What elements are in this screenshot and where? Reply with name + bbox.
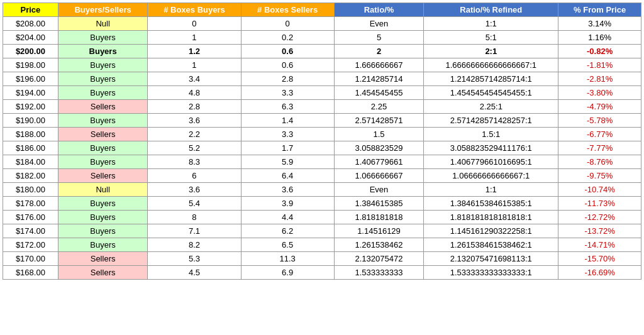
- cell-boxes-buyers: 1: [148, 31, 241, 45]
- cell-ratio: 1.14516129: [334, 224, 424, 238]
- cell-from-price: -11.73%: [558, 197, 641, 211]
- cell-price: $194.00: [3, 86, 58, 100]
- cell-boxes-buyers: 3.4: [148, 72, 241, 86]
- cell-boxes-buyers: 3.6: [148, 114, 241, 128]
- cell-boxes-buyers: 8.2: [148, 238, 241, 252]
- cell-from-price: -15.70%: [558, 252, 641, 266]
- cell-price: $184.00: [3, 155, 58, 169]
- cell-buyers-sellers: Buyers: [58, 31, 148, 45]
- cell-boxes-buyers: 6: [148, 169, 241, 183]
- cell-ratio-refined: 1.261538461538462:1: [424, 238, 558, 252]
- cell-ratio-refined: 1.5:1: [424, 128, 558, 141]
- cell-boxes-sellers: 4.4: [241, 211, 334, 224]
- cell-ratio: 3.058823529: [334, 141, 424, 155]
- cell-ratio-refined: 1.384615384615385:1: [424, 197, 558, 211]
- cell-ratio-refined: 1.06666666666667:1: [424, 169, 558, 183]
- cell-ratio-refined: 2.571428571428257:1: [424, 114, 558, 128]
- cell-ratio: 1.384615385: [334, 197, 424, 211]
- table-row: $184.00Buyers8.35.91.4067796611.40677966…: [3, 155, 641, 169]
- cell-buyers-sellers: Sellers: [58, 252, 148, 266]
- cell-buyers-sellers: Buyers: [58, 211, 148, 224]
- header-boxes-buyers: # Boxes Buyers: [148, 3, 241, 17]
- cell-buyers-sellers: Buyers: [58, 86, 148, 100]
- cell-ratio: 1.818181818: [334, 211, 424, 224]
- cell-price: $204.00: [3, 31, 58, 45]
- cell-from-price: -12.72%: [558, 211, 641, 224]
- header-ratio-refined: Ratio/% Refined: [424, 3, 558, 17]
- cell-from-price: -13.72%: [558, 224, 641, 238]
- cell-price: $178.00: [3, 197, 58, 211]
- cell-boxes-buyers: 8.3: [148, 155, 241, 169]
- main-table: Price Buyers/Sellers # Boxes Buyers # Bo…: [3, 3, 641, 280]
- cell-boxes-buyers: 2.2: [148, 128, 241, 141]
- table-row: $170.00Sellers5.311.32.1320754722.132075…: [3, 252, 641, 266]
- cell-boxes-buyers: 5.4: [148, 197, 241, 211]
- cell-ratio-refined: 1.454545454545455:1: [424, 86, 558, 100]
- header-from-price: % From Price: [558, 3, 641, 17]
- cell-price: $188.00: [3, 128, 58, 141]
- cell-boxes-sellers: 0.6: [241, 45, 334, 58]
- cell-ratio: Even: [334, 183, 424, 197]
- cell-boxes-buyers: 8: [148, 211, 241, 224]
- cell-price: $174.00: [3, 224, 58, 238]
- cell-price: $180.00: [3, 183, 58, 197]
- cell-ratio: 2: [334, 45, 424, 58]
- cell-price: $200.00: [3, 45, 58, 58]
- table-row: $172.00Buyers8.26.51.2615384621.26153846…: [3, 238, 641, 252]
- cell-boxes-sellers: 3.9: [241, 197, 334, 211]
- cell-boxes-sellers: 1.7: [241, 141, 334, 155]
- cell-ratio: 1.214285714: [334, 72, 424, 86]
- table-row: $190.00Buyers3.61.42.5714285712.57142857…: [3, 114, 641, 128]
- cell-price: $168.00: [3, 266, 58, 280]
- cell-boxes-buyers: 2.8: [148, 100, 241, 114]
- cell-boxes-sellers: 6.9: [241, 266, 334, 280]
- cell-ratio-refined: 1.66666666666666667:1: [424, 58, 558, 72]
- cell-boxes-sellers: 5.9: [241, 155, 334, 169]
- cell-boxes-sellers: 1.4: [241, 114, 334, 128]
- cell-from-price: -7.77%: [558, 141, 641, 155]
- cell-boxes-sellers: 6.3: [241, 100, 334, 114]
- cell-from-price: -9.75%: [558, 169, 641, 183]
- cell-from-price: -16.69%: [558, 266, 641, 280]
- cell-boxes-buyers: 4.5: [148, 266, 241, 280]
- cell-boxes-buyers: 1: [148, 58, 241, 72]
- table-row: $188.00Sellers2.23.31.51.5:1-6.77%: [3, 128, 641, 141]
- table-row: $208.00Null00Even1:13.14%: [3, 17, 641, 31]
- cell-boxes-buyers: 5.3: [148, 252, 241, 266]
- table-row: $200.00Buyers1.20.622:1-0.82%: [3, 45, 641, 58]
- cell-buyers-sellers: Buyers: [58, 197, 148, 211]
- cell-from-price: -14.71%: [558, 238, 641, 252]
- cell-ratio-refined: 1.145161290322258:1: [424, 224, 558, 238]
- cell-from-price: -5.78%: [558, 114, 641, 128]
- cell-ratio-refined: 1.406779661016695:1: [424, 155, 558, 169]
- cell-from-price: -3.80%: [558, 86, 641, 100]
- cell-price: $170.00: [3, 252, 58, 266]
- table-row: $168.00Sellers4.56.91.5333333331.5333333…: [3, 266, 641, 280]
- header-buyers-sellers: Buyers/Sellers: [58, 3, 148, 17]
- cell-from-price: -6.77%: [558, 128, 641, 141]
- cell-ratio: 5: [334, 31, 424, 45]
- cell-buyers-sellers: Null: [58, 183, 148, 197]
- cell-from-price: -2.81%: [558, 72, 641, 86]
- cell-ratio-refined: 2.132075471698113:1: [424, 252, 558, 266]
- cell-ratio-refined: 5:1: [424, 31, 558, 45]
- cell-price: $190.00: [3, 114, 58, 128]
- cell-boxes-sellers: 3.3: [241, 128, 334, 141]
- cell-price: $172.00: [3, 238, 58, 252]
- cell-boxes-sellers: 3.3: [241, 86, 334, 100]
- cell-ratio-refined: 1.214285714285714:1: [424, 72, 558, 86]
- cell-boxes-buyers: 3.6: [148, 183, 241, 197]
- cell-buyers-sellers: Sellers: [58, 100, 148, 114]
- cell-from-price: -8.76%: [558, 155, 641, 169]
- cell-ratio-refined: 2.25:1: [424, 100, 558, 114]
- cell-ratio: 1.454545455: [334, 86, 424, 100]
- table-row: $178.00Buyers5.43.91.3846153851.38461538…: [3, 197, 641, 211]
- cell-buyers-sellers: Buyers: [58, 238, 148, 252]
- table-row: $176.00Buyers84.41.8181818181.8181818181…: [3, 211, 641, 224]
- cell-boxes-sellers: 3.6: [241, 183, 334, 197]
- cell-price: $198.00: [3, 58, 58, 72]
- cell-from-price: -1.81%: [558, 58, 641, 72]
- cell-boxes-buyers: 1.2: [148, 45, 241, 58]
- header-boxes-sellers: # Boxes Sellers: [241, 3, 334, 17]
- cell-buyers-sellers: Buyers: [58, 224, 148, 238]
